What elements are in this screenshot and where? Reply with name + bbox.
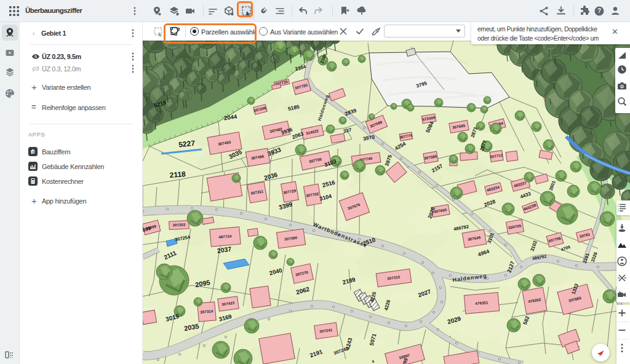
svg-text:5227: 5227: [178, 139, 196, 149]
svg-text:2118: 2118: [169, 170, 186, 180]
svg-text:307253: 307253: [172, 222, 186, 227]
svg-text:?: ?: [597, 7, 601, 14]
